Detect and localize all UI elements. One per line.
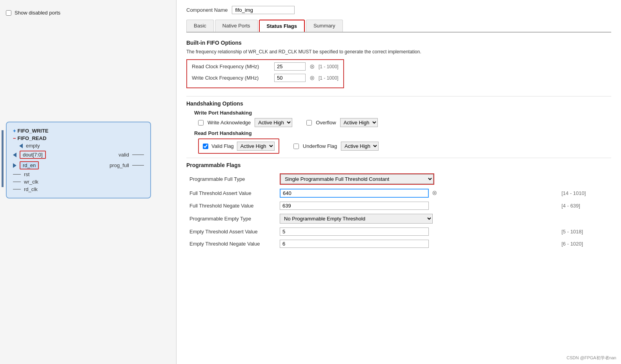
builtin-desc: The frequency relationship of WR_CLK and… [186,49,611,55]
full-negate-input-cell [277,200,558,212]
full-assert-input[interactable] [280,189,429,198]
builtin-title: Built-in FIFO Options [186,40,611,46]
sep2 [186,158,611,158]
progfull-label: prog_full [109,162,129,168]
show-disabled-label: Show disabled ports [15,10,60,16]
fifo-read-label: FIFO_READ [18,135,47,141]
valid-label: valid [118,152,129,158]
vbar-2 [2,130,4,187]
rdclk-label: rd_clk [24,186,38,192]
valid-flag-select[interactable]: Active High Active Low [237,142,275,151]
builtin-section: Built-in FIFO Options The frequency rela… [186,40,611,92]
full-assert-clear-icon[interactable]: ⊗ [432,189,437,196]
show-disabled-row: Show disabled ports [6,10,170,16]
valid-flag-label: Valid Flag [211,143,234,149]
overflow-label: Overflow [316,120,336,126]
read-port-title: Read Port Handshaking [186,130,611,136]
write-handshake-row: Write Acknowledge Active High Active Low… [186,118,611,127]
read-clock-clear-icon[interactable]: ⊗ [310,63,315,70]
underflow-select[interactable]: Active High Active Low [341,142,379,151]
empty-assert-row: Empty Threshold Assert Value [5 - 1018] [186,226,611,238]
main-container: Show disabled ports + FIFO_WRITE − FIFO_… [0,0,621,364]
tri-right-icon [13,163,16,168]
valid-flag-group: Valid Flag Active High Active Low [198,138,279,154]
tri-left-dout-icon [13,153,16,157]
write-clock-row: Write Clock Frequency (MHz) ⊗ [1 - 1000] [192,74,339,82]
tab-summary[interactable]: Summary [306,20,343,32]
right-panel: Component Name Basic Native Ports Status… [177,0,621,364]
read-clock-row: Read Clock Frequency (MHz) ⊗ [1 - 1000] [192,62,339,71]
empty-negate-range: [6 - 1020] [558,238,611,250]
full-type-label-cell: Programmable Full Type [186,171,277,187]
rden-label: rd_en [23,162,36,168]
tab-status-flags[interactable]: Status Flags [259,20,305,32]
rdclk-wire [13,189,21,189]
show-disabled-checkbox[interactable] [6,10,11,16]
component-name-input[interactable] [232,6,295,14]
empty-item: empty [13,142,144,149]
full-negate-row: Full Threshold Negate Value [4 - 639] [186,200,611,212]
empty-assert-range: [5 - 1018] [558,226,611,238]
dout-label: dout[7:0] [23,152,43,158]
underflow-checkbox[interactable] [293,144,299,149]
empty-type-select-cell: No Programmable Empty Threshold Single P… [277,212,558,226]
programmable-section: Programmable Flags Programmable Full Typ… [186,162,611,250]
empty-negate-label-cell: Empty Threshold Negate Value [186,238,277,250]
read-clock-label: Read Clock Frequency (MHz) [192,64,270,69]
empty-assert-input[interactable] [280,228,429,236]
watermark: CSDN @FPGA初学者nan [566,355,616,361]
wrclk-item: wr_clk [13,178,144,186]
write-ack-select[interactable]: Active High Active Low [255,118,292,127]
read-handshake-row: Valid Flag Active High Active Low Underf… [186,138,611,154]
handshaking-section: Handshaking Options Write Port Handshaki… [186,100,611,154]
empty-type-select[interactable]: No Programmable Empty Threshold Single P… [280,214,433,224]
full-assert-row: Full Threshold Assert Value ⊗ [14 - 1010… [186,187,611,200]
read-clock-input[interactable] [274,62,306,71]
component-name-row: Component Name [186,6,611,14]
handshaking-title: Handshaking Options [186,100,611,107]
write-ack-label: Write Acknowledge [208,120,251,126]
rden-row: rd_en prog_full [13,160,144,171]
progfull-wire [132,165,144,166]
empty-negate-row: Empty Threshold Negate Value [6 - 1020] [186,238,611,250]
valid-flag-checkbox[interactable] [203,144,208,149]
rst-wire [13,174,21,175]
tab-native-ports[interactable]: Native Ports [215,20,258,32]
full-type-row: Programmable Full Type Single Programmab… [186,171,611,187]
empty-negate-input[interactable] [280,240,429,248]
tabs-row: Basic Native Ports Status Flags Summary [186,20,611,33]
overflow-select[interactable]: Active High Active Low [340,118,378,127]
clock-fields-group: Read Clock Frequency (MHz) ⊗ [1 - 1000] … [186,59,344,88]
full-type-select[interactable]: Single Programmable Full Threshold Const… [280,174,433,184]
write-clock-range: [1 - 1000] [319,75,339,81]
full-negate-label-cell: Full Threshold Negate Value [186,200,277,212]
empty-assert-input-cell [277,226,558,238]
diagram-vbars [0,130,4,187]
empty-negate-input-cell [277,238,558,250]
write-ack-checkbox[interactable] [198,120,204,126]
rden-port-box: rd_en [20,161,39,169]
read-clock-range: [1 - 1000] [319,64,339,69]
fifo-write-item: + FIFO_WRITE [13,127,144,135]
full-type-dropdown-wrapper: Single Programmable Full Threshold Const… [280,173,434,185]
dout-port-box: dout[7:0] [20,151,46,159]
write-clock-clear-icon[interactable]: ⊗ [310,74,315,82]
full-type-select-cell: Single Programmable Full Threshold Const… [277,171,558,187]
full-assert-label-cell: Full Threshold Assert Value [186,187,277,200]
tab-basic[interactable]: Basic [186,20,214,32]
write-clock-input[interactable] [274,74,306,82]
valid-wire [132,155,144,155]
full-assert-range: [14 - 1010] [558,187,611,200]
empty-assert-label-cell: Empty Threshold Assert Value [186,226,277,238]
write-port-title: Write Port Handshaking [186,110,611,116]
full-negate-range: [4 - 639] [558,200,611,212]
write-clock-label: Write Clock Frequency (MHz) [192,75,270,81]
tri-left-icon [19,144,23,148]
programmable-table: Programmable Full Type Single Programmab… [186,171,611,250]
full-negate-input[interactable] [280,202,429,210]
empty-type-row: Programmable Empty Type No Programmable … [186,212,611,226]
overflow-checkbox[interactable] [306,120,312,126]
rdclk-item: rd_clk [13,186,144,193]
left-panel: Show disabled ports + FIFO_WRITE − FIFO_… [0,0,177,364]
component-name-label: Component Name [186,7,228,13]
